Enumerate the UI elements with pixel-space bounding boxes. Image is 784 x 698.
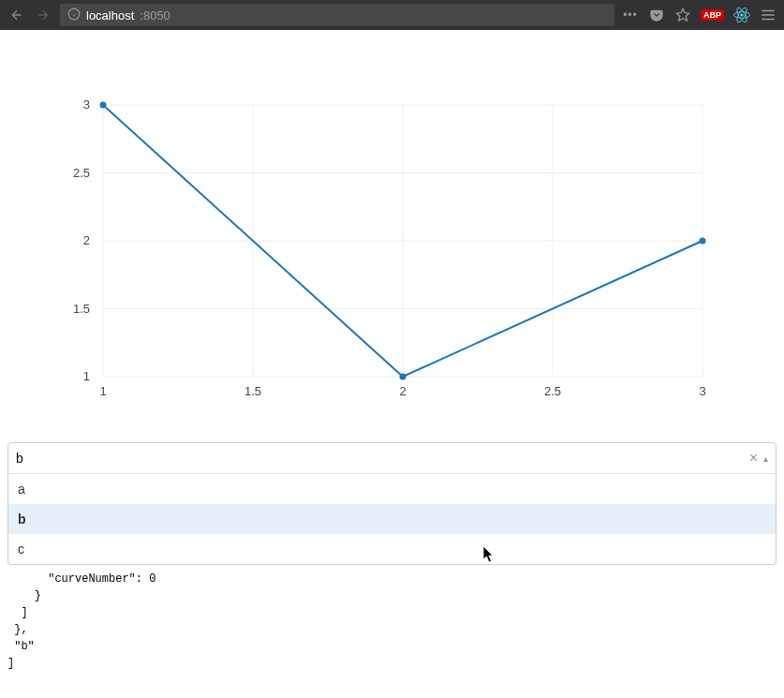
svg-text:3: 3	[83, 97, 90, 111]
more-icon[interactable]: •••	[622, 7, 639, 23]
code-output: "curveNumber": 0 } ] }, "b" ]	[0, 567, 784, 676]
bookmark-star-icon[interactable]	[674, 7, 691, 23]
svg-text:2: 2	[83, 233, 90, 247]
dropdown-controls: × ▴	[749, 450, 768, 467]
url-port: :8050	[140, 8, 170, 22]
nav-forward-button[interactable]	[34, 6, 52, 24]
dropdown-option[interactable]: a	[8, 474, 776, 504]
dropdown[interactable]: × ▴ abc	[7, 442, 777, 565]
abp-badge[interactable]: ABP	[701, 9, 724, 21]
svg-marker-3	[676, 8, 688, 21]
dropdown-input[interactable]	[16, 449, 749, 468]
dropdown-option[interactable]: b	[8, 504, 776, 534]
code-line: },	[7, 623, 28, 636]
pocket-icon[interactable]	[648, 7, 665, 23]
code-line: ]	[7, 606, 28, 619]
info-icon	[67, 7, 81, 23]
code-line: "curveNumber": 0	[7, 572, 155, 586]
svg-text:1.5: 1.5	[73, 302, 90, 316]
code-line: ]	[7, 657, 14, 670]
dropdown-options-list: abc	[8, 474, 776, 564]
dropdown-clear-icon[interactable]: ×	[749, 450, 758, 467]
toolbar-right: ••• ABP	[622, 7, 777, 23]
page-content: 11.522.5311.522.53 × ▴ abc "curveNumber"…	[0, 30, 784, 676]
svg-text:2.5: 2.5	[73, 166, 90, 180]
svg-text:3: 3	[699, 384, 705, 398]
browser-toolbar: localhost:8050 ••• ABP	[0, 0, 784, 30]
chart-container: 11.522.5311.522.53	[0, 30, 784, 442]
svg-text:1: 1	[83, 369, 90, 383]
svg-text:1.5: 1.5	[244, 384, 261, 398]
react-devtools-icon[interactable]	[733, 7, 750, 23]
dropdown-option[interactable]: c	[8, 534, 776, 564]
nav-back-button[interactable]	[7, 6, 26, 24]
code-line: }	[7, 589, 41, 602]
svg-point-33	[700, 238, 706, 245]
line-chart[interactable]: 11.522.5311.522.53	[56, 77, 731, 414]
svg-point-4	[740, 13, 743, 16]
svg-text:2.5: 2.5	[544, 384, 561, 398]
dropdown-input-row: × ▴	[8, 443, 776, 474]
svg-text:1: 1	[99, 384, 106, 398]
svg-point-31	[100, 102, 107, 109]
hamburger-menu-icon[interactable]	[760, 7, 777, 23]
svg-text:2: 2	[399, 384, 406, 398]
url-host: localhost	[86, 8, 134, 22]
svg-point-32	[400, 374, 407, 380]
dropdown-arrow-icon[interactable]: ▴	[763, 453, 768, 464]
url-bar[interactable]: localhost:8050	[60, 4, 614, 26]
code-line: "b"	[7, 640, 35, 653]
